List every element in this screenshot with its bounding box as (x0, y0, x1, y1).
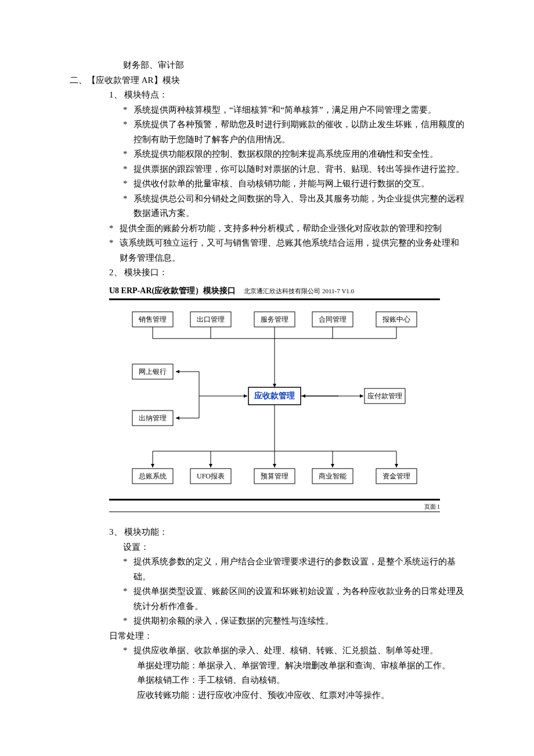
asterisk-icon: * (123, 147, 134, 162)
node-contract: 合同管理 (312, 312, 353, 327)
node-budget: 预算管理 (254, 469, 295, 484)
node-ufo: UFO报表 (190, 469, 231, 484)
feature-item: * 提供收付款单的批量审核、自动核销功能，并能与网上银行进行数据的交互。 (123, 177, 464, 192)
feature-text: 系统提供总公司和分销处之间数据的导入、导出及其服务功能，为企业提供完整的远程数据… (134, 192, 464, 221)
feature-item: * 系统提供功能权限的控制、数据权限的控制来提高系统应用的准确性和安全性。 (123, 147, 464, 162)
svg-text:预算管理: 预算管理 (261, 472, 288, 480)
node-export: 出口管理 (190, 312, 231, 327)
svg-text:出纳管理: 出纳管理 (139, 414, 167, 422)
svg-text:合同管理: 合同管理 (319, 315, 347, 323)
feature-item: * 系统提供了各种预警，帮助您及时进行到期账款的催收，以防止发生坏账，信用额度的… (123, 117, 464, 147)
sub-3-title: 3、 模块功能： (109, 525, 464, 540)
node-ap: 应付款管理 (365, 388, 405, 404)
node-cashier: 出纳管理 (132, 411, 173, 426)
node-service: 服务管理 (254, 312, 295, 327)
daily-line: 单据核销工作：手工核销、自动核销。 (137, 673, 464, 688)
asterisk-icon: * (123, 192, 134, 221)
diagram-subtitle: 北京通汇欣达科技有限公司 2011-7 V1.0 (244, 286, 354, 297)
asterisk-icon: * (123, 103, 134, 118)
node-expense: 报账中心 (376, 312, 417, 327)
daily-line: 单据处理功能：单据录入、单据管理。解决增删改单据和查询、审核单据的工作。 (137, 658, 464, 674)
svg-text:网上银行: 网上银行 (139, 368, 167, 376)
asterisk-icon: * (123, 643, 134, 658)
daily-title: 日常处理： (109, 629, 464, 644)
svg-text:UFO报表: UFO报表 (197, 472, 225, 480)
feature-item: * 提供票据的跟踪管理，你可以随时对票据的计息、背书、贴现、转出等操作进行监控。 (123, 162, 464, 177)
asterisk-icon: * (109, 236, 120, 265)
diagram-title: U8 ERP-AR(应收款管理）模块接口 (109, 284, 236, 298)
settings-text: 提供期初余额的录入，保证数据的完整性与连续性。 (134, 614, 464, 629)
asterisk-icon: * (123, 162, 134, 177)
svg-text:应付款管理: 应付款管理 (367, 392, 402, 400)
feature-item: * 系统提供两种核算模型，“详细核算”和“简单核算”，满足用户不同管理之需要。 (123, 103, 464, 118)
node-online-bank: 网上银行 (132, 364, 173, 379)
daily-text: 提供应收单据、收款单据的录入、处理、核销、转账、汇兑损益、制单等处理。 (134, 643, 464, 658)
asterisk-icon: * (123, 555, 134, 584)
settings-item: * 提供期初余额的录入，保证数据的完整性与连续性。 (123, 614, 464, 629)
asterisk-icon: * (123, 614, 134, 629)
settings-item: * 提供系统参数的定义，用户结合企业管理要求进行的参数设置，是整个系统运行的基础… (123, 555, 464, 584)
sub-1-title: 1、 模块特点： (109, 88, 464, 103)
daily-item: * 提供应收单据、收款单据的录入、处理、核销、转账、汇兑损益、制单等处理。 (123, 643, 464, 658)
settings-text: 提供系统参数的定义，用户结合企业管理要求进行的参数设置，是整个系统运行的基础。 (134, 555, 464, 584)
node-ar-center: 应收款管理 (248, 387, 301, 405)
asterisk-icon: * (123, 177, 134, 192)
node-gl: 总账系统 (132, 469, 173, 484)
diagram-footer: 页面 1 (424, 502, 441, 512)
settings-text: 提供单据类型设置、账龄区间的设置和坏账初始设置，为各种应收款业务的日常处理及统计… (134, 584, 464, 614)
feature-text: 提供收付款单的批量审核、自动核销功能，并能与网上银行进行数据的交互。 (134, 177, 464, 192)
daily-line: 应收转账功能：进行应收冲应付、预收冲应收、红票对冲等操作。 (137, 688, 464, 703)
asterisk-icon: * (123, 584, 134, 614)
settings-item: * 提供单据类型设置、账龄区间的设置和坏账初始设置，为各种应收款业务的日常处理及… (123, 584, 464, 614)
settings-title: 设置： (123, 540, 464, 555)
diagram-svg: 销售管理 出口管理 服务管理 合同管理 报账中心 网上银行 (109, 300, 440, 498)
header-note: 财务部、审计部 (123, 58, 464, 73)
svg-text:资金管理: 资金管理 (383, 472, 410, 480)
asterisk-icon: * (123, 117, 134, 147)
asterisk-icon: * (109, 221, 120, 236)
feature-text: 该系统既可独立运行，又可与销售管理、总账其他系统结合运用，提供完整的业务处理和财… (120, 236, 464, 265)
svg-text:应收款管理: 应收款管理 (254, 391, 295, 401)
node-fund: 资金管理 (376, 469, 417, 484)
svg-text:服务管理: 服务管理 (261, 315, 288, 323)
svg-text:总账系统: 总账系统 (138, 472, 167, 480)
module-interface-diagram: U8 ERP-AR(应收款管理）模块接口 北京通汇欣达科技有限公司 2011-7… (109, 284, 440, 513)
feature-item: * 系统提供总公司和分销处之间数据的导入、导出及其服务功能，为企业提供完整的远程… (123, 192, 464, 221)
sub-2-title: 2、 模块接口： (109, 265, 464, 280)
svg-text:销售管理: 销售管理 (138, 315, 167, 323)
node-bi: 商业智能 (312, 469, 353, 484)
feature-text: 提供全面的账龄分析功能，支持多种分析模式，帮助企业强化对应收款的管理和控制 (120, 221, 464, 236)
feature-text: 提供票据的跟踪管理，你可以随时对票据的计息、背书、贴现、转出等操作进行监控。 (134, 162, 464, 177)
feature-text: 系统提供两种核算模型，“详细核算”和“简单核算”，满足用户不同管理之需要。 (134, 103, 464, 118)
feature-text: 系统提供功能权限的控制、数据权限的控制来提高系统应用的准确性和安全性。 (134, 147, 464, 162)
feature-item: * 该系统既可独立运行，又可与销售管理、总账其他系统结合运用，提供完整的业务处理… (109, 236, 464, 265)
svg-text:报账中心: 报账中心 (382, 315, 410, 323)
svg-text:商业智能: 商业智能 (319, 472, 347, 480)
svg-text:出口管理: 出口管理 (197, 315, 225, 323)
node-sales: 销售管理 (132, 312, 173, 327)
feature-text: 系统提供了各种预警，帮助您及时进行到期账款的催收，以防止发生坏账，信用额度的控制… (134, 117, 464, 147)
feature-item: * 提供全面的账龄分析功能，支持多种分析模式，帮助企业强化对应收款的管理和控制 (109, 221, 464, 236)
section-2-title: 二、【应收款管理 AR】模块 (70, 73, 464, 88)
